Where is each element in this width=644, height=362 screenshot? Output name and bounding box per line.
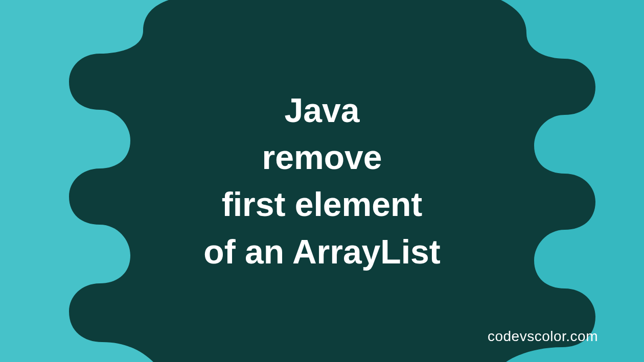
title-line-3: first element [222,186,422,224]
banner-card: Java remove first element of an ArrayLis… [0,0,644,362]
left-blob [0,0,169,362]
title-line-1: Java [285,91,360,129]
right-blob [501,0,644,362]
watermark-text: codevscolor.com [488,328,598,345]
title-line-2: remove [262,138,382,176]
title-line-4: of an ArrayList [203,233,440,271]
banner-title: Java remove first element of an ArrayLis… [203,87,440,276]
